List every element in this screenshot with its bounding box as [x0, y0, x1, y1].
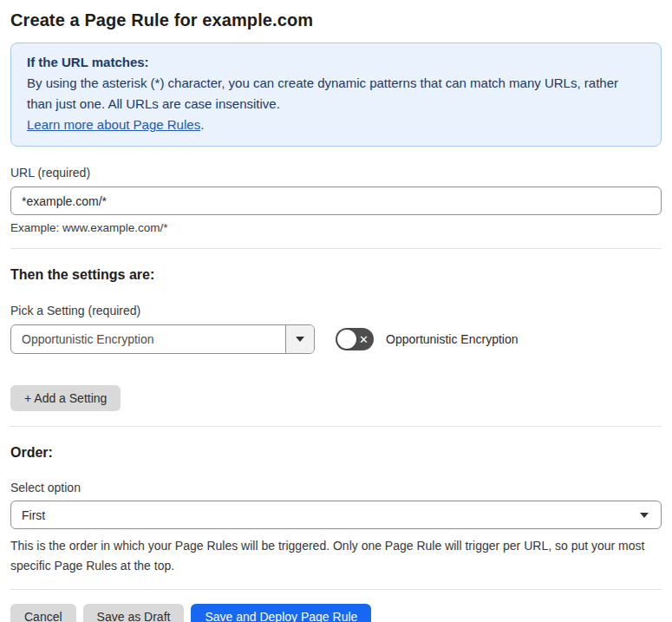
info-box-heading: If the URL matches:: [27, 52, 645, 73]
url-field-label: URL (required): [10, 166, 662, 180]
toggle-off-x-icon: ✕: [359, 334, 369, 345]
learn-more-link[interactable]: Learn more about Page Rules: [27, 117, 200, 132]
order-select[interactable]: First: [10, 501, 662, 529]
setting-dropdown-arrow-button[interactable]: [285, 325, 314, 353]
order-help-text: This is the order in which your Page Rul…: [10, 536, 659, 576]
url-example-text: Example: www.example.com/*: [10, 221, 662, 234]
info-box-body-text: By using the asterisk (*) character, you…: [27, 75, 618, 111]
order-section-heading: Order:: [10, 445, 662, 461]
toggle-knob: [337, 330, 356, 349]
toggle-group: ✕ Opportunistic Encryption: [336, 328, 519, 350]
settings-section-heading: Then the settings are:: [10, 267, 662, 283]
chevron-down-icon: [640, 513, 649, 518]
chevron-down-icon: [296, 337, 304, 342]
save-and-deploy-button[interactable]: Save and Deploy Page Rule: [191, 604, 371, 622]
section-divider: [10, 248, 662, 249]
save-as-draft-button[interactable]: Save as Draft: [83, 604, 185, 622]
opportunistic-encryption-toggle[interactable]: ✕: [336, 328, 374, 350]
add-setting-button[interactable]: + Add a Setting: [10, 385, 121, 411]
url-matches-info-box: If the URL matches: By using the asteris…: [10, 43, 662, 147]
section-divider: [10, 426, 662, 427]
toggle-label: Opportunistic Encryption: [386, 332, 519, 346]
order-select-value: First: [22, 508, 45, 522]
footer-actions: Cancel Save as Draft Save and Deploy Pag…: [10, 589, 662, 622]
url-input[interactable]: [10, 187, 662, 215]
info-box-body: By using the asterisk (*) character, you…: [27, 73, 645, 135]
page-title: Create a Page Rule for example.com: [10, 10, 662, 30]
order-select-label: Select option: [10, 481, 662, 494]
setting-dropdown[interactable]: Opportunistic Encryption: [10, 324, 315, 354]
setting-row: Opportunistic Encryption ✕ Opportunistic…: [10, 324, 662, 354]
pick-setting-label: Pick a Setting (required): [10, 304, 662, 318]
create-page-rule-panel: Create a Page Rule for example.com If th…: [0, 0, 672, 622]
cancel-button[interactable]: Cancel: [10, 604, 76, 622]
link-period: .: [200, 117, 204, 132]
setting-dropdown-value: Opportunistic Encryption: [11, 325, 285, 353]
